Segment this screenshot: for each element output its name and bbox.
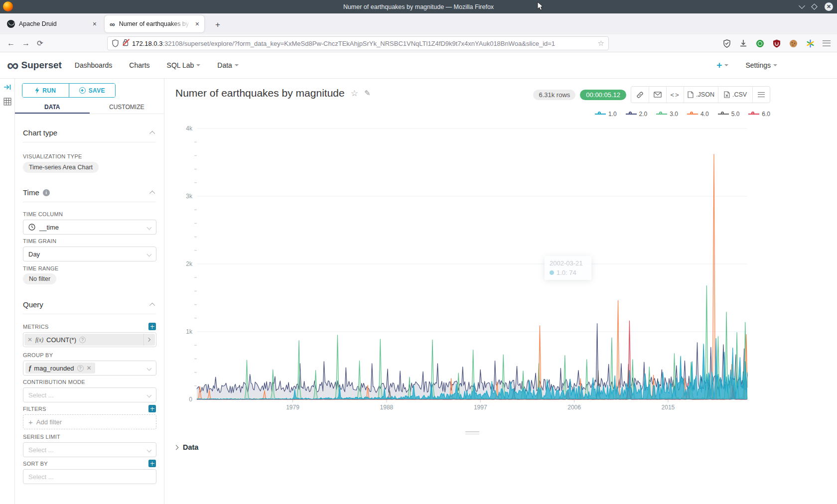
tab-close-icon[interactable]: ×	[93, 20, 97, 28]
group-by-select[interactable]: f mag_rounded ? ✕	[23, 361, 156, 376]
remove-column-icon[interactable]: ✕	[87, 365, 92, 372]
row-count-badge: 6.31k rows	[533, 90, 575, 100]
application-window: Numer of earthquakes by magnitude — Mozi…	[0, 0, 837, 504]
save-button[interactable]: SAVE	[69, 84, 116, 97]
sort-by-select[interactable]: Select ...	[23, 469, 156, 484]
add-filter-plus-button[interactable]	[148, 405, 156, 412]
browser-tab-active[interactable]: ∞ Numer of earthquakes by ×	[105, 15, 204, 32]
downloads-icon[interactable]	[739, 39, 747, 47]
help-icon: ?	[79, 337, 86, 343]
tracking-shield-icon[interactable]	[112, 39, 119, 47]
add-metric-button[interactable]	[148, 323, 156, 330]
forward-button[interactable]: →	[22, 39, 30, 48]
export-json-button[interactable]: .JSON	[684, 87, 718, 103]
browser-toolbar: ← → ⟳ 172.18.0.3:32108/superset/explore/…	[0, 34, 837, 52]
add-filter-box[interactable]: + Add filter	[23, 414, 156, 429]
superset-infinity-icon: ∞	[7, 59, 18, 72]
data-section-toggle[interactable]: Data	[174, 443, 198, 451]
tab-close-icon[interactable]: ×	[195, 20, 199, 28]
browser-tab-apache-druid[interactable]: Apache Druid ×	[2, 15, 102, 32]
tab-data[interactable]: DATA	[15, 102, 90, 114]
back-button[interactable]: ←	[7, 39, 15, 48]
series-dot-icon	[550, 270, 554, 275]
extension-asterisk-icon[interactable]	[806, 39, 815, 48]
help-icon: ?	[77, 365, 84, 372]
legend-item-3.0[interactable]: 3.0	[656, 111, 678, 118]
time-grain-select[interactable]: Day	[23, 247, 156, 261]
chart-tooltip: 2002-03-21 1.0: 74	[545, 256, 591, 280]
legend-item-1.0[interactable]: 1.0	[595, 111, 617, 118]
firefox-menu-icon[interactable]	[823, 40, 831, 46]
add-sort-by-button[interactable]	[148, 460, 156, 467]
email-button[interactable]	[649, 87, 666, 103]
series-limit-select[interactable]: Select ...	[23, 442, 156, 457]
favorite-star-icon[interactable]: ☆	[351, 88, 358, 99]
chevron-down-icon	[196, 64, 200, 66]
chart-menu-button[interactable]	[752, 87, 770, 103]
group-by-pill[interactable]: f mag_rounded ? ✕	[25, 363, 95, 374]
info-icon: i	[43, 189, 50, 196]
new-entity-button[interactable]: +	[716, 60, 728, 71]
metrics-label: METRICS	[23, 324, 49, 330]
window-close-button[interactable]: ✕	[825, 2, 833, 11]
copy-link-button[interactable]	[631, 87, 649, 103]
time-grain-label: TIME GRAIN	[23, 238, 56, 244]
superset-logo[interactable]: ∞ Superset	[7, 59, 62, 72]
superset-favicon: ∞	[110, 20, 115, 28]
nav-item-data[interactable]: Data	[217, 61, 239, 69]
viz-type-pill[interactable]: Time-series Area Chart	[23, 162, 99, 173]
metrics-control[interactable]: ✕ f(x) COUNT(*) ?	[23, 332, 156, 347]
run-button[interactable]: RUN	[22, 84, 69, 97]
nav-item-dashboards[interactable]: Dashboards	[75, 61, 113, 69]
section-chart-type[interactable]: Chart type	[23, 124, 156, 142]
url-bar[interactable]: 172.18.0.3:32108/superset/explore/?form_…	[107, 36, 609, 50]
contribution-mode-select[interactable]: Select ...	[23, 387, 156, 402]
time-column-select[interactable]: __time	[23, 220, 156, 235]
fx-icon: f(x)	[35, 337, 43, 343]
settings-menu[interactable]: Settings	[745, 61, 777, 69]
superset-navbar: ∞ Superset Dashboards Charts SQL Lab Dat…	[0, 52, 837, 79]
plus-icon: +	[28, 418, 33, 426]
timeseries-chart[interactable]: 01k2k3k4k19791988199720062015	[164, 122, 832, 413]
pocket-shield-icon[interactable]	[723, 39, 731, 48]
ublock-icon[interactable]	[773, 39, 781, 48]
export-csv-button[interactable]: .CSV	[718, 87, 752, 103]
legend-item-6.0[interactable]: 6.0	[748, 111, 770, 118]
time-range-pill[interactable]: No filter	[23, 273, 56, 284]
embed-code-button[interactable]: <>	[666, 87, 684, 103]
panel-resize-handle[interactable]	[465, 431, 479, 435]
legend-item-2.0[interactable]: 2.0	[626, 111, 648, 118]
window-maximize-button[interactable]	[811, 3, 818, 10]
svg-text:1k: 1k	[186, 328, 193, 335]
insecure-lock-icon[interactable]	[123, 39, 129, 48]
new-tab-button[interactable]: +	[211, 18, 224, 31]
section-time[interactable]: Time i	[23, 183, 156, 202]
section-query[interactable]: Query	[23, 295, 156, 314]
expand-panel-icon[interactable]	[3, 84, 11, 91]
chevron-right-icon	[174, 445, 179, 450]
cookie-icon[interactable]	[789, 39, 798, 48]
tab-customize[interactable]: CUSTOMIZE	[90, 102, 164, 114]
window-minimize-button[interactable]	[799, 2, 805, 9]
browser-tabbar: Apache Druid × ∞ Numer of earthquakes by…	[0, 13, 837, 34]
nav-item-charts[interactable]: Charts	[129, 61, 149, 69]
extension-green-icon[interactable]	[756, 39, 764, 48]
chart-title: Numer of earthquakes by magnitude	[175, 87, 345, 99]
plus-circle-icon	[79, 87, 86, 94]
url-text[interactable]: 172.18.0.3:32108/superset/explore/?form_…	[132, 40, 594, 47]
reload-button[interactable]: ⟳	[37, 39, 43, 48]
chevron-down-icon	[235, 64, 239, 66]
chevron-down-icon	[147, 448, 152, 453]
chevron-down-icon	[147, 225, 152, 230]
edit-pencil-icon[interactable]: ✎	[364, 89, 371, 98]
legend-item-5.0[interactable]: 5.0	[718, 111, 740, 118]
bookmark-star-icon[interactable]: ☆	[598, 39, 604, 48]
chevron-up-icon	[149, 130, 155, 136]
nav-item-sql-lab[interactable]: SQL Lab	[167, 61, 201, 69]
legend-item-4.0[interactable]: 4.0	[687, 111, 709, 118]
remove-metric-icon[interactable]: ✕	[27, 336, 32, 343]
query-timer-badge: 00:00:05.12	[580, 90, 626, 100]
group-by-label: GROUP BY	[23, 352, 53, 358]
chevron-right-icon[interactable]	[146, 338, 150, 342]
dataset-grid-icon[interactable]	[3, 98, 11, 106]
